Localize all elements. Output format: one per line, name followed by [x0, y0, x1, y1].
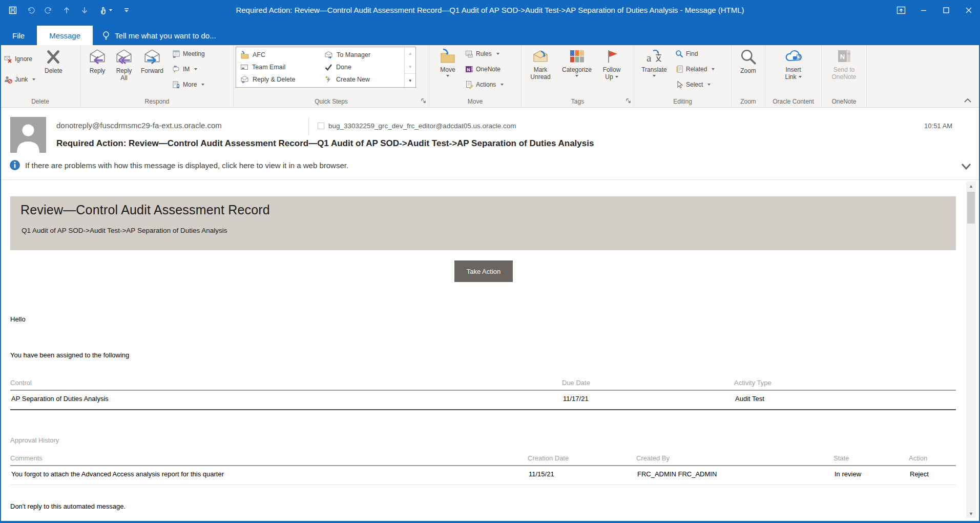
quick-steps-gallery: AFC Team Email Reply & Delete To Manager	[236, 47, 416, 88]
info-bar[interactable]: If there are problems with how this mess…	[9, 159, 348, 171]
quick-step-to-manager[interactable]: To Manager	[324, 51, 404, 59]
save-icon	[9, 6, 17, 14]
dropdown-arrow-icon	[496, 53, 499, 55]
reply-all-button[interactable]: Reply All	[111, 46, 137, 93]
dropdown-arrow-icon	[446, 75, 449, 77]
rules-button[interactable]: Rules	[465, 49, 504, 59]
junk-button[interactable]: Junk	[4, 74, 35, 85]
delete-button[interactable]: Delete	[38, 46, 68, 93]
im-bubble-icon	[172, 65, 180, 73]
group-label-move: Move	[429, 98, 521, 105]
dropdown-arrow-icon	[615, 76, 618, 78]
actions-button[interactable]: Actions	[465, 79, 504, 90]
svg-text:a: a	[647, 52, 652, 64]
body-scrollbar[interactable]: ▲ ▼	[966, 182, 976, 518]
recipient-address[interactable]: bug_33032259_grc_dev_frc_editor@adcdat05…	[328, 122, 516, 130]
dropdown-arrow-icon	[712, 68, 715, 70]
assignment-table: Control Due Date Activity Type AP Separa…	[10, 379, 956, 410]
insert-link-button[interactable]: Insert Link	[776, 46, 811, 93]
ribbon-display-options-button[interactable]	[890, 0, 912, 21]
scrollbar-up-arrow[interactable]: ▲	[966, 182, 976, 190]
onenote-button[interactable]: N OneNote	[465, 64, 504, 74]
im-button[interactable]: IM	[172, 64, 205, 74]
recipient-checkbox[interactable]	[318, 123, 324, 129]
quick-step-reply-delete-label: Reply & Delete	[253, 76, 295, 83]
zoom-button[interactable]: Zoom	[734, 46, 763, 93]
next-item-button[interactable]	[78, 4, 91, 17]
dropdown-arrow-icon	[194, 68, 197, 70]
meeting-label: Meeting	[183, 50, 205, 57]
ribbon-group-editing: a Translate Find Related Select	[634, 45, 732, 107]
actions-document-icon	[465, 81, 473, 89]
tab-message[interactable]: Message	[37, 26, 93, 45]
forward-button[interactable]: Forward	[137, 46, 167, 93]
ribbon-group-quick-steps: AFC Team Email Reply & Delete To Manager	[234, 45, 429, 107]
scrollbar-thumb[interactable]	[967, 192, 975, 224]
close-button[interactable]	[957, 0, 980, 21]
outlook-message-window: Required Action: Review—Control Audit As…	[0, 0, 980, 523]
save-button[interactable]	[6, 4, 19, 17]
take-action-button[interactable]: Take Action	[454, 260, 513, 282]
ignore-button[interactable]: Ignore	[4, 54, 35, 64]
ignore-icon	[4, 55, 12, 63]
quick-step-team-email[interactable]: Team Email	[240, 63, 320, 71]
quick-step-done[interactable]: Done	[324, 63, 404, 71]
find-button[interactable]: Find	[675, 49, 715, 59]
tell-me-box[interactable]: Tell me what you want to do...	[93, 26, 225, 45]
quick-step-create-new[interactable]: Create New	[324, 75, 404, 84]
group-label-oracle-content: Oracle Content	[765, 98, 821, 105]
move-button[interactable]: Move	[433, 46, 462, 93]
meeting-button[interactable]: Meeting	[172, 49, 205, 59]
expand-header-chevron-icon[interactable]	[961, 163, 972, 170]
quick-step-reply-delete[interactable]: Reply & Delete	[240, 75, 320, 84]
tab-file[interactable]: File	[0, 26, 37, 45]
column-header-created-by: Created By	[636, 454, 833, 466]
reply-button[interactable]: Reply	[84, 46, 111, 93]
follow-up-button[interactable]: Follow Up	[597, 46, 627, 93]
related-button[interactable]: Related	[675, 64, 715, 74]
reply-all-label: Reply All	[116, 67, 132, 82]
more-respond-button[interactable]: More	[172, 79, 205, 90]
select-button[interactable]: Select	[675, 79, 715, 90]
scrollbar-down-arrow[interactable]: ▼	[966, 509, 976, 518]
quick-steps-dialog-launcher-icon[interactable]	[421, 98, 427, 104]
group-label-tags: Tags	[522, 98, 634, 105]
previous-item-button[interactable]	[60, 4, 73, 17]
email-banner: Review—Control Audit Assessment Record Q…	[10, 196, 956, 250]
touch-mouse-mode-button[interactable]	[96, 4, 115, 17]
customize-qat-button[interactable]	[120, 4, 133, 17]
move-label: Move	[440, 66, 455, 73]
mark-unread-button[interactable]: Mark Unread	[524, 46, 557, 93]
rules-label: Rules	[476, 50, 492, 57]
footer-text: Don't reply to this automated message.	[10, 502, 126, 510]
forward-envelope-icon	[143, 48, 161, 66]
done-check-icon	[324, 63, 332, 71]
quick-steps-scroll-up[interactable]: ▲	[405, 47, 415, 61]
quick-steps-column-1: AFC Team Email Reply & Delete	[236, 47, 320, 87]
dropdown-arrow-icon	[201, 84, 204, 86]
translate-button[interactable]: a Translate	[637, 46, 671, 93]
customize-qat-icon	[123, 7, 130, 14]
info-bar-text[interactable]: If there are problems with how this mess…	[25, 161, 348, 170]
actions-label: Actions	[476, 81, 496, 88]
tab-message-label: Message	[49, 31, 80, 40]
undo-button[interactable]	[24, 4, 37, 17]
quick-steps-more-button[interactable]: ▼	[405, 73, 415, 87]
maximize-button[interactable]	[935, 0, 957, 21]
tags-dialog-launcher-icon[interactable]	[625, 98, 632, 104]
touch-mode-hand-icon	[99, 6, 107, 14]
categorize-button[interactable]: Categorize	[557, 46, 597, 93]
quick-steps-scroll-down[interactable]: ▼	[405, 61, 415, 74]
window-border-left	[0, 45, 1, 523]
redo-button[interactable]	[42, 4, 55, 17]
forward-label: Forward	[141, 67, 163, 74]
sender-avatar	[10, 117, 46, 153]
sender-address[interactable]: donotreply@fuscdrmsmc29-fa-ext.us.oracle…	[56, 121, 222, 130]
minimize-button[interactable]	[912, 0, 935, 21]
collapse-ribbon-icon[interactable]	[964, 98, 972, 103]
minimize-icon	[920, 7, 927, 14]
group-label-onenote: OneNote	[822, 98, 866, 105]
redo-icon	[45, 6, 53, 14]
quick-step-afc[interactable]: AFC	[240, 51, 320, 59]
message-body: Review—Control Audit Assessment Record Q…	[1, 180, 979, 521]
